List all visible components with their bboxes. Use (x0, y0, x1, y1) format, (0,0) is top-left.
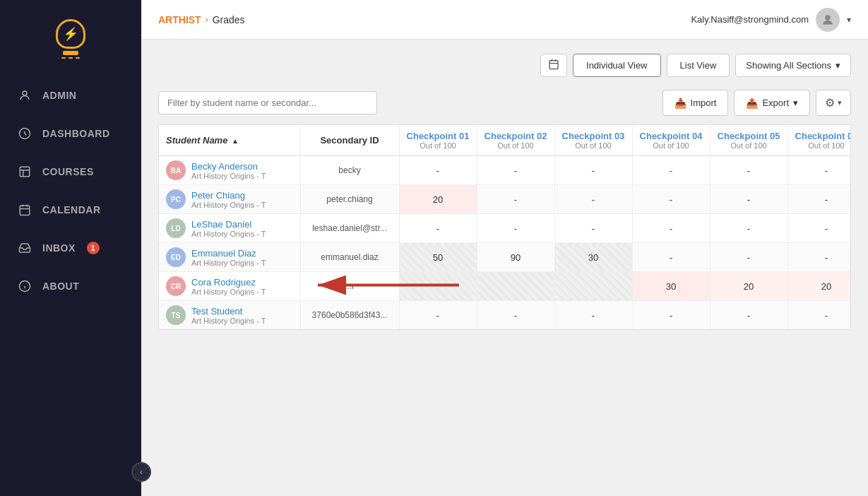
student-sub: Art History Origins - T (191, 201, 266, 209)
sidebar-item-admin[interactable]: ADMIN (0, 76, 141, 114)
table-row: CR Cora Rodriguez Art History Origins - … (159, 272, 851, 301)
student-name[interactable]: LeShae Daniel (191, 219, 266, 230)
admin-label: ADMIN (42, 90, 76, 101)
student-info: Becky Anderson Art History Origins - T (191, 161, 266, 180)
checkpoint-01-label: Checkpoint 01 (407, 131, 470, 141)
sidebar-item-inbox[interactable]: INBOX 1 (0, 229, 141, 267)
avatar: BA (166, 160, 186, 180)
import-icon: 📥 (674, 98, 686, 109)
score-cell[interactable]: - (477, 156, 554, 185)
filter-input[interactable] (158, 91, 377, 114)
student-name-header[interactable]: Student Name ▲ (159, 125, 300, 156)
score-cell[interactable]: - (477, 301, 554, 330)
checkpoint-01-header: Checkpoint 01 Out of 100 (399, 125, 477, 156)
score-cell[interactable]: - (632, 243, 710, 272)
calendar-icon (17, 202, 32, 218)
logo-bulb-icon (56, 19, 85, 49)
score-cell[interactable]: 20 (787, 272, 851, 301)
student-name[interactable]: Emmanuel Diaz (191, 248, 266, 259)
sidebar-collapse-button[interactable]: ‹ (131, 462, 151, 482)
score-cell[interactable]: 20 (399, 185, 477, 214)
user-email: Kaly.Nasiff@strongmind.com (691, 14, 809, 25)
score-cell[interactable]: - (787, 214, 851, 243)
import-label: Import (691, 98, 717, 108)
score-cell[interactable]: - (477, 214, 554, 243)
score-cell[interactable]: 30 (554, 243, 632, 272)
student-name[interactable]: Peter Chiang (191, 190, 266, 201)
student-info: LeShae Daniel Art History Origins - T (191, 219, 266, 238)
checkpoint-03-header: Checkpoint 03 Out of 100 (554, 125, 632, 156)
score-cell[interactable]: - (632, 301, 710, 330)
main-content: ARTHIST › Grades Kaly.Nasiff@strongmind.… (141, 0, 868, 496)
score-cell[interactable]: - (710, 243, 787, 272)
dashboard-label: DASHBOARD (42, 128, 110, 139)
score-cell[interactable]: - (554, 185, 632, 214)
score-cell[interactable]: 50 (399, 243, 477, 272)
score-cell[interactable] (477, 272, 554, 301)
individual-view-button[interactable]: Individual View (573, 54, 660, 77)
sidebar-item-about[interactable]: ABOUT (0, 267, 141, 305)
checkpoint-06-header: Checkpoint 06 Out of 100 (787, 125, 851, 156)
user-menu-chevron[interactable]: ▾ (847, 15, 851, 25)
view-controls: Individual View List View Showing All Se… (158, 54, 851, 77)
score-cell[interactable]: - (710, 214, 787, 243)
student-name[interactable]: Cora Rodriguez (191, 277, 266, 288)
score-cell[interactable]: - (477, 185, 554, 214)
settings-button[interactable]: ⚙ ▾ (816, 90, 851, 116)
score-cell[interactable]: 90 (477, 243, 554, 272)
checkpoint-04-header: Checkpoint 04 Out of 100 (632, 125, 710, 156)
export-button[interactable]: 📤 Export ▾ (734, 90, 810, 116)
score-cell[interactable]: - (399, 214, 477, 243)
showing-all-sections-button[interactable]: Showing All Sections ▾ (735, 54, 851, 77)
sidebar-item-dashboard[interactable]: DASHBOARD (0, 114, 141, 153)
score-cell[interactable]: - (399, 301, 477, 330)
secondary-id-cell: ...r (300, 272, 399, 301)
score-cell[interactable]: - (787, 185, 851, 214)
table-body: BA Becky Anderson Art History Origins - … (159, 156, 851, 330)
secondary-id-cell: becky (300, 156, 399, 185)
student-info: Test Student Art History Origins - T (191, 306, 266, 325)
export-label: Export (762, 98, 789, 108)
topbar-right: Kaly.Nasiff@strongmind.com ▾ (691, 8, 851, 32)
list-view-button[interactable]: List View (667, 54, 730, 77)
breadcrumb-link[interactable]: ARTHIST (158, 14, 201, 25)
calendar-view-button[interactable] (540, 54, 567, 77)
student-cell: TS Test Student Art History Origins - T (159, 301, 300, 330)
score-cell[interactable]: - (554, 301, 632, 330)
score-cell[interactable]: - (710, 156, 787, 185)
score-cell[interactable]: - (787, 243, 851, 272)
sidebar-item-calendar[interactable]: CALENDAR (0, 191, 141, 229)
score-cell[interactable]: - (710, 185, 787, 214)
svg-point-0 (23, 91, 27, 95)
calendar-label: CALENDAR (42, 204, 101, 215)
logo-base (63, 51, 78, 55)
avatar: PC (166, 189, 186, 209)
score-cell[interactable]: - (787, 156, 851, 185)
score-cell[interactable]: - (554, 156, 632, 185)
sidebar-item-courses[interactable]: COURSES (0, 153, 141, 191)
table-row: LD LeShae Daniel Art History Origins - T… (159, 214, 851, 243)
grades-table: Student Name ▲ Secondary ID Checkpoint 0… (159, 125, 851, 329)
student-name[interactable]: Becky Anderson (191, 161, 266, 172)
import-button[interactable]: 📥 Import (662, 90, 729, 116)
score-cell[interactable]: - (399, 156, 477, 185)
score-cell[interactable] (399, 272, 477, 301)
score-cell[interactable]: - (710, 301, 787, 330)
export-chevron-icon: ▾ (793, 98, 798, 108)
score-cell[interactable]: 20 (710, 272, 787, 301)
svg-rect-6 (549, 61, 558, 69)
score-cell[interactable]: - (632, 156, 710, 185)
settings-chevron: ▾ (838, 98, 842, 107)
inbox-badge: 1 (87, 242, 100, 254)
score-cell[interactable]: - (632, 185, 710, 214)
student-cell: ED Emmanuel Diaz Art History Origins - T (159, 243, 300, 272)
grades-table-wrapper: Student Name ▲ Secondary ID Checkpoint 0… (158, 124, 851, 330)
score-cell[interactable]: - (787, 301, 851, 330)
secondary-id-cell: 3760e0b586d3f43... (300, 301, 399, 330)
secondary-id-header[interactable]: Secondary ID (300, 125, 399, 156)
score-cell[interactable]: - (554, 214, 632, 243)
score-cell[interactable]: 30 (632, 272, 710, 301)
score-cell[interactable] (554, 272, 632, 301)
score-cell[interactable]: - (632, 214, 710, 243)
student-name[interactable]: Test Student (191, 306, 266, 317)
